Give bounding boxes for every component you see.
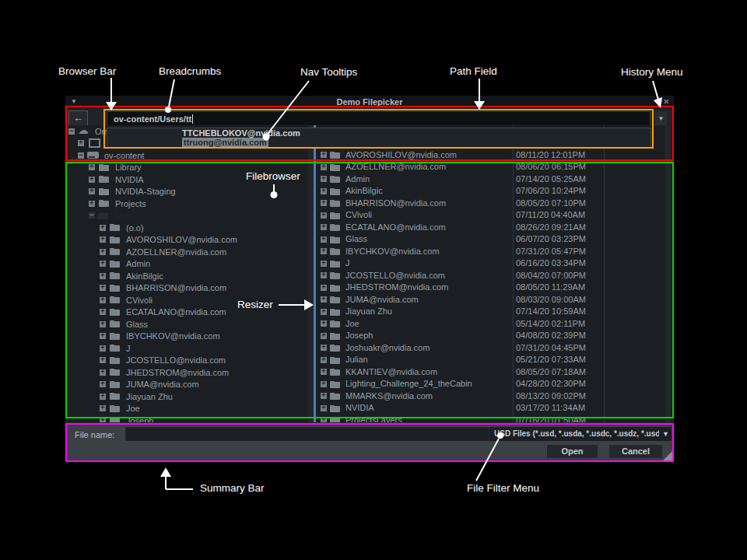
plus-expander-icon[interactable]: + [89,188,95,194]
plus-expander-icon[interactable]: + [321,248,327,254]
file-list-row[interactable]: +ProjectsLayers07/16/20 01:50AM [316,415,674,423]
path-field-input[interactable]: ov-content/Users/tt [107,111,651,127]
plus-expander-icon[interactable]: + [100,345,106,352]
file-list-row[interactable]: +JUMA@nvidia.com08/03/20 09:00AM [316,294,674,306]
plus-expander-icon[interactable]: + [321,405,327,411]
plus-expander-icon[interactable]: + [321,357,327,363]
tree-row[interactable]: +Joe [65,403,314,415]
plus-expander-icon[interactable]: + [100,357,106,363]
minus-expander-icon[interactable]: − [89,212,95,219]
open-button[interactable]: Open [547,445,598,458]
tree-row[interactable]: +JCOSTELLO@nvidia.com [65,355,314,367]
plus-expander-icon[interactable]: + [321,261,327,267]
tree-row[interactable]: +(o.o) [65,222,314,234]
file-list-row[interactable]: +CVivoli07/11/20 04:40AM [316,209,674,222]
file-list-row[interactable]: +Glass06/07/20 03:23PM [316,233,674,246]
plus-expander-icon[interactable]: + [100,309,106,315]
minus-expander-icon[interactable]: − [78,152,84,159]
plus-expander-icon[interactable]: + [321,236,327,243]
plus-expander-icon[interactable]: + [100,405,106,411]
plus-expander-icon[interactable]: + [321,369,327,375]
tree-row[interactable]: +NVIDIA-Staging [65,186,314,198]
tree-row[interactable]: −ov-content [65,149,314,162]
file-list-row[interactable]: +KKANTIEV@nvidia.com08/05/20 07:18AM [316,366,674,379]
file-list-row[interactable]: +IBYCHKOV@nvidia.com07/31/20 05:47PM [316,246,674,258]
plus-expander-icon[interactable]: + [321,285,327,291]
plus-expander-icon[interactable]: + [321,320,327,327]
plus-expander-icon[interactable]: + [100,333,106,339]
file-list-row[interactable]: +JHEDSTROM@nvidia.com08/05/20 11:29AM [316,282,674,294]
plus-expander-icon[interactable]: + [89,177,95,183]
plus-expander-icon[interactable]: + [100,225,106,231]
tooltip-item-selected[interactable]: ttruong@nvidia.com [107,138,651,147]
file-list-row[interactable]: +ECATALANO@nvidia.com08/26/20 09:21AM [316,222,674,234]
cancel-button[interactable]: Cancel [609,445,662,458]
plus-expander-icon[interactable]: + [321,176,327,182]
plus-expander-icon[interactable]: + [321,296,327,303]
plus-expander-icon[interactable]: + [321,417,327,422]
file-list-row[interactable]: +Admin07/14/20 05:25AM [316,173,674,186]
tree-row[interactable]: +CVivoli [65,294,314,306]
file-list-row[interactable]: +Lighting_Challenge_24_theCabin04/28/20 … [316,378,674,390]
tree-row[interactable]: +Glass [65,318,314,331]
file-list-row[interactable]: +NVIDIA03/17/20 11:34AM [316,402,674,415]
plus-expander-icon[interactable]: + [100,394,106,400]
plus-expander-icon[interactable]: + [321,212,327,219]
tree-row[interactable]: +AkinBilgic [65,270,314,282]
plus-expander-icon[interactable]: + [321,164,327,170]
tree-row[interactable]: −Users [65,210,314,222]
file-list-row[interactable]: +Joseph04/08/20 02:39PM [316,330,674,342]
tree-row[interactable]: +Library [65,162,314,174]
plus-expander-icon[interactable]: + [321,309,327,315]
tree-scrollbar-track[interactable] [308,125,314,422]
file-list-row[interactable]: +Joshuakr@nvidia.com07/31/20 04:45PM [316,342,674,355]
plus-expander-icon[interactable]: + [321,152,327,158]
file-list-row[interactable]: +BHARRISON@nvidia.com08/05/20 07:10PM [316,198,674,210]
plus-expander-icon[interactable]: + [321,200,327,206]
file-list-row[interactable]: +AZOELLNER@nvidia.com08/06/20 06:15PM [316,161,674,173]
plus-expander-icon[interactable]: + [321,272,327,278]
plus-expander-icon[interactable]: + [100,249,106,255]
plus-expander-icon[interactable]: + [100,381,106,387]
back-button[interactable]: ← [68,110,88,126]
file-list-row[interactable]: +Julian05/21/20 07:33AM [316,354,674,366]
plus-expander-icon[interactable]: + [100,273,106,279]
plus-expander-icon[interactable]: + [321,188,327,194]
plus-expander-icon[interactable]: + [100,369,106,376]
plus-expander-icon[interactable]: + [321,393,327,399]
tree-row[interactable]: +IBYCHKOV@nvidia.com [65,331,314,343]
file-list-row[interactable]: +MMARKS@nvidia.com08/13/20 09:02PM [316,390,674,403]
history-menu-button[interactable]: ▼ [655,111,667,126]
window-resize-grip[interactable] [663,450,673,460]
tree-row[interactable]: +JHEDSTROM@nvidia.com [65,366,314,379]
tree-row[interactable]: +ECATALANO@nvidia.com [65,306,314,319]
tree-row[interactable]: +Admin [65,258,314,271]
file-list-row[interactable]: +Jiayuan Zhu07/14/20 10:59AM [316,306,674,318]
plus-expander-icon[interactable]: + [321,333,327,339]
plus-expander-icon[interactable]: + [100,418,106,422]
minus-expander-icon[interactable]: − [68,128,75,135]
file-list-row[interactable]: +AkinBilgic07/06/20 10:24PM [316,185,674,198]
plus-expander-icon[interactable]: + [100,285,106,291]
file-name-input[interactable] [125,427,489,441]
close-icon[interactable]: × [663,96,669,107]
tree-row[interactable]: +Jiayuan Zhu [65,390,314,403]
tree-row[interactable]: +Joseph [65,415,314,422]
file-list-row[interactable]: +Joe05/14/20 02:11PM [316,318,674,331]
plus-expander-icon[interactable]: + [78,140,84,146]
file-filter-menu[interactable]: USD Files (*.usd, *.usda, *.usdc, *.usdz… [489,427,672,441]
plus-expander-icon[interactable]: + [321,345,327,351]
plus-expander-icon[interactable]: + [321,381,327,387]
plus-expander-icon[interactable]: + [100,236,106,243]
plus-expander-icon[interactable]: + [100,261,106,267]
file-list-row[interactable]: +J06/16/20 03:34PM [316,257,674,270]
file-list-row[interactable]: +AVOROSHILOV@nvidia.com08/11/20 12:01PM [316,149,674,162]
plus-expander-icon[interactable]: + [89,164,95,170]
file-list-row[interactable]: +JCOSTELLO@nvidia.com08/04/20 07:00PM [316,270,674,282]
plus-expander-icon[interactable]: + [89,201,95,207]
plus-expander-icon[interactable]: + [100,321,106,327]
tree-row[interactable]: +BHARRISON@nvidia.com [65,282,314,295]
tree-row[interactable]: +AZOELLNER@nvidia.com [65,246,314,258]
tree-row[interactable]: +Projects [65,198,314,210]
tree-row[interactable]: +J [65,342,314,355]
